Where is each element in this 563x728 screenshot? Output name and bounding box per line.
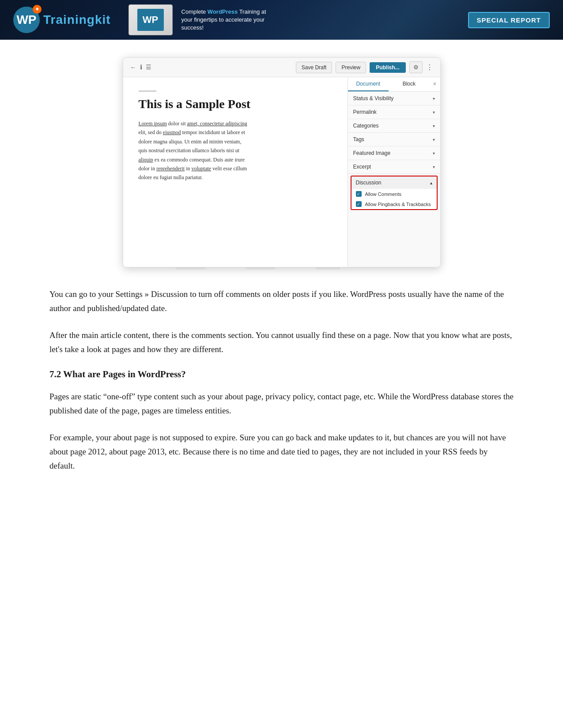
post-title-line <box>139 90 156 92</box>
permalink-label: Permalink <box>353 109 377 115</box>
reprehenderit-underline: reprehenderit <box>156 165 185 172</box>
back-icon: ← <box>130 64 136 71</box>
post-title: This is a Sample Post <box>139 97 332 111</box>
allow-comments-label: Allow Comments <box>365 191 402 197</box>
permalink-chevron-icon: ▾ <box>433 110 435 115</box>
status-chevron-icon: ▾ <box>433 96 435 101</box>
discussion-item-comments: ✓ Allow Comments <box>351 189 437 199</box>
logo-kit: kit <box>95 13 111 26</box>
tab-close-button[interactable]: × <box>430 79 440 90</box>
sidebar-section-categories: Categories ▾ <box>348 119 440 133</box>
wp-logo-gear: ✦ <box>33 5 42 14</box>
sidebar-section-categories-header[interactable]: Categories ▾ <box>348 119 440 132</box>
paragraph-3: Pages are static “one-off” type content … <box>49 390 514 418</box>
featured-image-label: Featured Image <box>353 150 391 156</box>
paragraph-2: After the main article content, there is… <box>49 328 514 357</box>
logo-text: Trainingkit <box>43 13 111 27</box>
sidebar-section-excerpt: Excerpt ▾ <box>348 160 440 174</box>
tagline-wordpress: WordPress <box>208 8 238 15</box>
aliquip-underline: aliquip <box>139 157 153 163</box>
voluptate-underline: voluptate <box>191 165 211 172</box>
header-badge: SPECIAL REPORT <box>468 12 550 28</box>
section-heading-72: 7.2 What are Pages in WordPress? <box>49 369 514 380</box>
content-text: You can go to your Settings » Discussion… <box>49 287 514 473</box>
excerpt-label: Excerpt <box>353 164 371 170</box>
sidebar-section-status-header[interactable]: Status & Visibility ▾ <box>348 92 440 105</box>
save-draft-button[interactable]: Save Draft <box>296 62 333 73</box>
wp-logo-text: WP <box>16 13 36 27</box>
main-content: WP ← ℹ ☰ Save Draft Preview Publish... ⚙… <box>0 40 563 512</box>
header-tagline: Complete WordPress Training at your fing… <box>181 8 279 32</box>
excerpt-chevron-icon: ▾ <box>433 165 435 169</box>
logo-area: WP ✦ Trainingkit <box>13 7 111 33</box>
editor-area: This is a Sample Post Lorem ipsum dolor … <box>123 77 348 267</box>
info-icon: ℹ <box>140 64 142 71</box>
menu-icon: ☰ <box>146 64 151 71</box>
tab-document[interactable]: Document <box>348 77 389 91</box>
categories-label: Categories <box>353 123 379 129</box>
sidebar-section-permalink-header[interactable]: Permalink ▾ <box>348 105 440 119</box>
lorem-underline: Lorem ipsum <box>139 120 167 127</box>
sidebar-tabs: Document Block × <box>348 77 440 92</box>
header-center: WP Complete WordPress Training at your f… <box>128 4 279 35</box>
categories-chevron-icon: ▾ <box>433 124 435 128</box>
amet-underline: amet, consectetur adipiscing <box>187 120 247 127</box>
status-visibility-label: Status & Visibility <box>353 95 394 101</box>
screenshot-container: ← ℹ ☰ Save Draft Preview Publish... ⚙ ⋮ … <box>123 57 441 267</box>
preview-button[interactable]: Preview <box>336 62 366 73</box>
sidebar-section-permalink: Permalink ▾ <box>348 105 440 119</box>
tags-chevron-icon: ▾ <box>433 137 435 142</box>
toolbar-actions: Save Draft Preview Publish... ⚙ ⋮ <box>296 61 433 73</box>
sidebar-section-tags: Tags ▾ <box>348 133 440 146</box>
more-button[interactable]: ⋮ <box>426 63 433 71</box>
allow-comments-checkbox[interactable]: ✓ <box>356 191 362 197</box>
gear-button[interactable]: ⚙ <box>409 61 423 73</box>
sidebar-section-discussion-highlighted: Discussion ▴ ✓ Allow Comments ✓ Allow Pi… <box>351 176 438 210</box>
sidebar-section-status: Status & Visibility ▾ <box>348 92 440 105</box>
book-wp-logo: WP <box>137 9 164 31</box>
header-book-image: WP <box>128 4 173 35</box>
header: WP ✦ Trainingkit WP Complete WordPress T… <box>0 0 563 40</box>
sidebar-panel: Document Block × Status & Visibility ▾ P… <box>348 77 440 267</box>
sidebar-section-tags-header[interactable]: Tags ▾ <box>348 133 440 146</box>
tags-label: Tags <box>353 136 364 143</box>
eiusmod-underline: eiusmod <box>163 129 181 135</box>
sidebar-section-featured-image: Featured Image ▾ <box>348 146 440 160</box>
discussion-label: Discussion <box>356 180 382 186</box>
publish-button[interactable]: Publish... <box>370 62 405 73</box>
toolbar-nav-icons: ← ℹ ☰ <box>130 64 151 71</box>
discussion-item-pingbacks: ✓ Allow Pingbacks & Trackbacks <box>351 199 437 209</box>
allow-pingbacks-checkbox[interactable]: ✓ <box>356 201 362 207</box>
sidebar-section-featured-image-header[interactable]: Featured Image ▾ <box>348 146 440 160</box>
featured-image-chevron-icon: ▾ <box>433 151 435 156</box>
post-body-text: Lorem ipsum dolor sit amet, consectetur … <box>139 119 332 182</box>
discussion-chevron-up-icon: ▴ <box>430 180 432 185</box>
paragraph-4: For example, your about page is not supp… <box>49 431 514 473</box>
discussion-header[interactable]: Discussion ▴ <box>351 176 437 189</box>
screenshot-toolbar: ← ℹ ☰ Save Draft Preview Publish... ⚙ ⋮ <box>123 58 440 77</box>
sidebar-section-excerpt-header[interactable]: Excerpt ▾ <box>348 160 440 173</box>
screenshot-body: This is a Sample Post Lorem ipsum dolor … <box>123 77 440 267</box>
logo-training: Training <box>43 13 95 26</box>
tab-block[interactable]: Block <box>389 77 430 91</box>
paragraph-1: You can go to your Settings » Discussion… <box>49 287 514 316</box>
wp-logo: WP ✦ <box>13 7 40 33</box>
allow-pingbacks-label: Allow Pingbacks & Trackbacks <box>365 202 431 207</box>
